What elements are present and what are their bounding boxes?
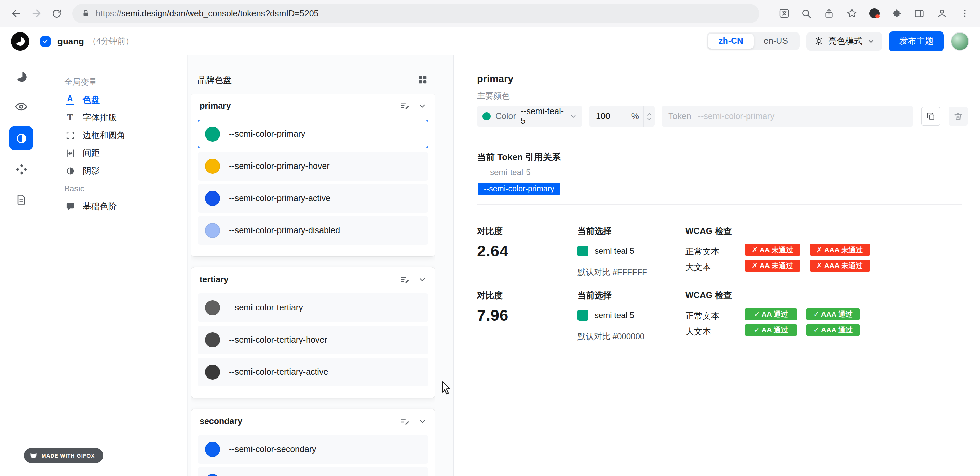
theme-home-icon[interactable]	[9, 64, 33, 89]
color-dot	[205, 442, 220, 457]
wcag-badge: ✗ AA 未通过	[745, 244, 800, 256]
lang-zh-cn-tab[interactable]: zh-CN	[708, 34, 754, 49]
extensions-puzzle-icon[interactable]	[886, 3, 907, 24]
application-window: https://semi.design/dsm/web_console/toke…	[0, 0, 980, 476]
wcag-badge: ✗ AA 未通过	[745, 260, 800, 272]
token-list: --semi-color-primary --semi-color-primar…	[191, 118, 435, 256]
share-icon[interactable]	[819, 3, 839, 24]
wcag-badge: ✓ AAA 通过	[807, 324, 859, 336]
token-row-primary-disabled[interactable]: --semi-color-primary-disabled	[197, 216, 428, 245]
wcag-badge: ✓ AA 通过	[745, 308, 797, 320]
bookmark-star-icon[interactable]	[841, 3, 862, 24]
mouse-cursor	[441, 381, 453, 395]
app-header: guang （4分钟前） zh-CN en-US 亮色模式 发布主题	[0, 27, 980, 55]
language-toggle: zh-CN en-US	[707, 32, 800, 50]
token-name-input[interactable]	[697, 111, 906, 122]
publish-theme-button[interactable]: 发布主题	[889, 31, 944, 51]
color-dot	[205, 159, 220, 174]
contrast-section-white: 对比度 当前选择 WCAG 检查 2.64 semi teal 5 默认对比 #…	[477, 226, 962, 289]
edit-list-icon[interactable]	[400, 101, 410, 111]
token-name-field[interactable]: Token	[662, 106, 913, 126]
gifox-label: MADE WITH GIFOX	[42, 452, 95, 458]
palette-card-tertiary: tertiary --semi-	[191, 267, 435, 398]
copy-token-button[interactable]	[921, 107, 940, 126]
selection-heading: 当前选择	[578, 290, 612, 302]
token-nav-panel: 全局变量 A 色盘 T 字体排版 边框和圆角 间距	[42, 55, 187, 476]
wcag-heading: WCAG 检查	[686, 226, 732, 237]
nav-section-global: 全局变量	[64, 73, 187, 91]
nav-item-typography[interactable]: T 字体排版	[64, 109, 187, 126]
alpha-input[interactable]: 100 %	[589, 106, 655, 126]
token-row-secondary-hover[interactable]	[197, 467, 428, 476]
normal-text-badges: ✗ AA 未通过 ✗ AAA 未通过	[745, 244, 870, 256]
theme-mode-select[interactable]: 亮色模式	[807, 32, 882, 50]
lock-icon	[81, 9, 90, 18]
layout-grid-icon[interactable]	[414, 70, 431, 88]
contrast-heading: 对比度	[477, 226, 503, 237]
user-avatar[interactable]	[951, 32, 969, 50]
card-header: tertiary	[191, 267, 435, 292]
token-row-primary-active[interactable]: --semi-color-primary-active	[197, 184, 428, 213]
nav-item-color-palette[interactable]: A 色盘	[64, 91, 187, 109]
color-dot	[205, 364, 220, 380]
color-tokens-icon[interactable]	[9, 126, 33, 150]
token-row-primary[interactable]: --semi-color-primary	[197, 120, 428, 149]
url-text: https://semi.design/dsm/web_console/toke…	[95, 8, 318, 18]
referenced-token-tag[interactable]: --semi-color-primary	[478, 183, 560, 195]
lang-en-us-tab[interactable]: en-US	[754, 34, 798, 49]
contrast-section-black: 对比度 当前选择 WCAG 检查 7.96 semi teal 5 默认对比 #…	[477, 290, 962, 353]
color-dot	[205, 474, 220, 476]
token-row-tertiary-hover[interactable]: --semi-color-tertiary-hover	[197, 326, 428, 354]
saved-check-icon	[40, 36, 51, 46]
swatch-label: semi teal 5	[595, 310, 634, 320]
number-stepper[interactable]	[643, 106, 655, 126]
reload-button[interactable]	[46, 3, 67, 24]
color-select[interactable]: Color --semi-teal-5	[477, 106, 582, 126]
url-bar[interactable]: https://semi.design/dsm/web_console/toke…	[72, 4, 759, 23]
recorder-extension-icon[interactable]	[864, 3, 885, 24]
brand-palette-column: 品牌色盘 primary	[187, 55, 454, 476]
semi-logo[interactable]	[11, 32, 29, 50]
back-button[interactable]	[5, 3, 26, 24]
wcag-badge: ✓ AA 通过	[745, 324, 797, 336]
nav-item-basic-scale[interactable]: 基础色阶	[64, 198, 187, 216]
normal-text-label: 正常文本	[686, 310, 720, 322]
wcag-badge: ✓ AAA 通过	[807, 308, 859, 320]
swatch-square	[578, 310, 589, 321]
side-panel-icon[interactable]	[909, 3, 929, 24]
edit-list-icon[interactable]	[400, 275, 410, 285]
large-text-badges: ✗ AA 未通过 ✗ AAA 未通过	[745, 260, 870, 272]
nav-section-basic: Basic	[64, 180, 187, 198]
chevron-down-icon	[867, 37, 875, 45]
contrast-ratio-value: 7.96	[477, 307, 509, 325]
token-row-secondary[interactable]: --semi-color-secondary	[197, 435, 428, 464]
wcag-badge: ✗ AAA 未通过	[810, 260, 870, 272]
search-icon[interactable]	[796, 3, 817, 24]
spacing-icon	[64, 149, 76, 158]
forward-button[interactable]	[26, 3, 46, 24]
palette-column-title: 品牌色盘	[197, 75, 232, 86]
token-row-tertiary[interactable]: --semi-color-tertiary	[197, 293, 428, 322]
docs-icon[interactable]	[9, 187, 33, 212]
delete-token-button[interactable]	[948, 107, 968, 126]
collapse-chevron-icon[interactable]	[418, 102, 426, 110]
profile-icon[interactable]	[931, 3, 952, 24]
components-icon[interactable]	[9, 157, 33, 181]
nav-item-border-radius[interactable]: 边框和圆角	[64, 126, 187, 144]
token-row-tertiary-active[interactable]: --semi-color-tertiary-active	[197, 358, 428, 387]
edit-list-icon[interactable]	[400, 416, 410, 426]
fox-icon	[29, 451, 38, 460]
collapse-chevron-icon[interactable]	[418, 276, 426, 284]
token-row-primary-hover[interactable]: --semi-color-primary-hover	[197, 152, 428, 180]
token-list: --semi-color-secondary	[191, 434, 435, 476]
large-text-label: 大文本	[686, 326, 711, 338]
browser-menu-icon[interactable]	[954, 3, 975, 24]
translate-icon[interactable]	[773, 3, 794, 24]
preview-eye-icon[interactable]	[9, 94, 33, 119]
color-dot	[205, 126, 220, 142]
collapse-chevron-icon[interactable]	[418, 417, 426, 425]
nav-item-shadow[interactable]: 阴影	[64, 162, 187, 180]
workspace-meta: （4分钟前）	[88, 35, 134, 47]
icon-rail	[0, 55, 42, 476]
nav-item-spacing[interactable]: 间距	[64, 144, 187, 162]
